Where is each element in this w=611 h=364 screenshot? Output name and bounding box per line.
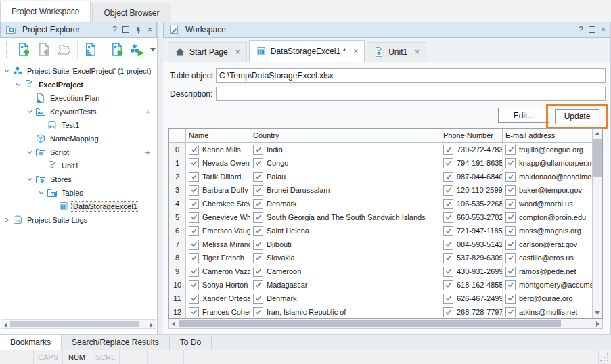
checkbox-checked-icon[interactable]	[189, 280, 199, 290]
checkbox-checked-icon[interactable]	[505, 158, 516, 168]
table-object-input[interactable]: C:\Temp\DataStorageExcel.xlsx	[216, 68, 606, 83]
cell-phone[interactable]: 721-947-1185	[440, 224, 503, 237]
cell-country[interactable]: Cameroon	[250, 265, 440, 278]
cell-name[interactable]: Cameron Vazquez	[186, 265, 250, 278]
checkbox-checked-icon[interactable]	[253, 185, 263, 196]
tree-item-keywordtests[interactable]: KeywordTests+	[1, 105, 156, 118]
cell-phone[interactable]: 120-110-2599	[440, 183, 503, 197]
scrollbar-thumb[interactable]	[179, 320, 561, 327]
bottom-tab-bookmarks[interactable]: Bookmarks	[0, 335, 62, 350]
close-icon[interactable]: ×	[601, 26, 606, 34]
checkbox-checked-icon[interactable]	[443, 294, 453, 304]
column-header-country[interactable]: Country	[250, 129, 440, 142]
maximize-icon[interactable]	[122, 26, 129, 33]
cell-country[interactable]: Slovakia	[250, 251, 440, 265]
cell-country[interactable]: Madagascar	[250, 278, 440, 292]
tree-item-script[interactable]: Script+	[1, 145, 156, 159]
checkbox-checked-icon[interactable]	[505, 212, 516, 223]
cell-email[interactable]: compton@proin.edu	[503, 210, 592, 224]
cell-email[interactable]: maldonado@condimentum	[503, 170, 592, 183]
scroll-up-icon[interactable]	[593, 129, 602, 139]
new-item-icon[interactable]	[35, 40, 53, 59]
cell-phone[interactable]: 987-044-6840	[440, 170, 503, 183]
cell-country[interactable]: Congo	[250, 156, 440, 170]
maximize-icon[interactable]	[589, 26, 595, 33]
checkbox-checked-icon[interactable]	[189, 185, 199, 196]
edit-button[interactable]: Edit...	[498, 108, 549, 123]
checkbox-checked-icon[interactable]	[505, 253, 516, 263]
tree-item-execution-plan[interactable]: Execution Plan	[1, 91, 156, 105]
cell-name[interactable]: Tiger French	[186, 251, 250, 265]
checkbox-checked-icon[interactable]	[443, 199, 453, 209]
cell-email[interactable]: carlson@erat.gov	[503, 237, 592, 251]
scroll-left-icon[interactable]	[169, 319, 178, 328]
doc-tab-datastorageexcel1[interactable]: DataStorageExcel1 *×	[249, 40, 365, 62]
cell-name[interactable]: Xander Ortega	[186, 292, 250, 305]
chevron-right-icon[interactable]	[2, 217, 12, 223]
scroll-right-icon[interactable]	[147, 321, 156, 329]
cell-phone[interactable]: 626-467-2499	[440, 292, 503, 305]
chevron-down-icon[interactable]	[25, 149, 35, 156]
checkbox-checked-icon[interactable]	[189, 307, 199, 317]
tree-item-stores[interactable]: Stores	[1, 173, 156, 186]
explorer-horizontal-scrollbar[interactable]	[1, 319, 156, 329]
chevron-down-icon[interactable]	[25, 108, 35, 115]
cell-email[interactable]: ramos@pede.net	[503, 265, 592, 278]
checkbox-checked-icon[interactable]	[253, 253, 263, 263]
doc-tab-unit1[interactable]: Unit1×	[367, 42, 426, 62]
checkbox-checked-icon[interactable]	[253, 212, 263, 223]
tree-item-unit1[interactable]: Unit1	[1, 159, 156, 173]
checkbox-checked-icon[interactable]	[505, 172, 516, 182]
checkbox-checked-icon[interactable]	[253, 267, 263, 277]
cell-phone[interactable]: 537-829-6309	[440, 251, 503, 265]
cell-name[interactable]: Sonya Horton	[186, 278, 250, 292]
cell-phone[interactable]: 268-728-7797	[440, 305, 503, 318]
cell-country[interactable]: Saint Helena	[250, 224, 440, 237]
checkbox-checked-icon[interactable]	[443, 145, 453, 155]
checkbox-checked-icon[interactable]	[505, 185, 516, 196]
checkbox-checked-icon[interactable]	[443, 267, 453, 277]
description-input[interactable]	[216, 87, 606, 101]
checkbox-checked-icon[interactable]	[189, 158, 199, 168]
checkbox-checked-icon[interactable]	[253, 240, 263, 250]
top-tab-object-browser[interactable]: Object Browser	[92, 3, 171, 22]
help-icon[interactable]: ?	[112, 26, 117, 34]
cell-email[interactable]: trujillo@congue.org	[503, 143, 592, 156]
cell-country[interactable]: Denmark	[250, 292, 440, 305]
cell-name[interactable]: Tarik Dillard	[186, 170, 250, 183]
chevron-down-icon[interactable]	[14, 81, 23, 88]
cell-phone[interactable]: 794-191-8635	[440, 156, 503, 170]
checkbox-checked-icon[interactable]	[253, 199, 263, 209]
cell-name[interactable]: Nevada Owen	[186, 156, 250, 170]
column-header-phone-number[interactable]: Phone Number	[440, 129, 503, 142]
checkbox-checked-icon[interactable]	[505, 307, 516, 317]
doc-tab-start-page[interactable]: Start Page×	[168, 42, 247, 62]
checkbox-checked-icon[interactable]	[253, 172, 263, 182]
checkbox-checked-icon[interactable]	[505, 226, 516, 236]
cell-name[interactable]: Frances Cohen	[186, 305, 250, 318]
table-horizontal-scrollbar[interactable]	[168, 319, 603, 329]
cell-phone[interactable]: 430-931-2699	[440, 265, 503, 278]
chevron-down-icon[interactable]	[25, 176, 35, 183]
cell-country[interactable]: South Georgia and The South Sandwich Isl…	[250, 210, 440, 224]
run-project-icon[interactable]	[108, 40, 127, 59]
cell-phone[interactable]: 084-593-5142	[440, 237, 503, 251]
cell-name[interactable]: Barbara Duffy	[186, 183, 250, 197]
checkbox-checked-icon[interactable]	[443, 253, 453, 263]
checkbox-checked-icon[interactable]	[443, 240, 453, 250]
cell-country[interactable]: Brunei Darussalam	[250, 183, 440, 197]
cell-email[interactable]: atkins@mollis.net	[503, 305, 592, 318]
cell-country[interactable]: Palau	[250, 170, 440, 183]
checkbox-checked-icon[interactable]	[189, 267, 199, 277]
checkbox-checked-icon[interactable]	[253, 226, 263, 236]
cell-email[interactable]: knapp@ullamcorper.net	[503, 156, 592, 170]
checkbox-checked-icon[interactable]	[189, 145, 199, 155]
scrollbar-thumb[interactable]	[593, 139, 602, 177]
cell-country[interactable]: India	[250, 143, 440, 156]
checkbox-checked-icon[interactable]	[443, 212, 453, 223]
update-button[interactable]: Update	[555, 109, 599, 124]
add-child-plus-icon[interactable]: +	[145, 147, 150, 158]
column-header-e-mail-address[interactable]: E-mail address	[503, 129, 592, 142]
cell-email[interactable]: berg@curae.org	[503, 292, 592, 305]
add-project-item-icon[interactable]	[14, 40, 33, 59]
